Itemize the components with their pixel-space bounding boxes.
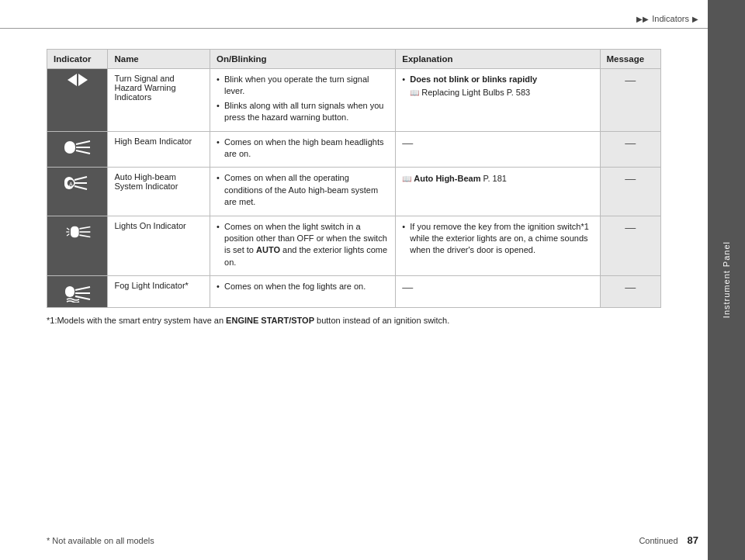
ref-text: Replacing Light Bulbs P. 583: [421, 87, 530, 99]
svg-line-11: [67, 228, 69, 230]
message-dash: —: [625, 172, 636, 185]
col-indicator: Indicator: [47, 50, 108, 69]
auto-high-beam-svg: A: [64, 172, 92, 194]
indicator-name: Lights On Indicator: [114, 221, 185, 230]
message-cell: —: [600, 69, 661, 132]
table-row: Lights On Indicator Comes on when the li…: [47, 216, 661, 276]
table-row: High Beam Indicator Comes on when the hi…: [47, 131, 661, 168]
main-content: Indicator Name On/Blinking Explanation M…: [0, 29, 708, 343]
fog-light-svg: [64, 281, 92, 302]
on-blinking-list: Comes on when all the operating conditio…: [217, 172, 389, 208]
svg-line-12: [67, 233, 69, 235]
col-name: Name: [108, 50, 210, 69]
indicator-name-cell: Turn Signal and Hazard Warning Indicator…: [108, 69, 210, 132]
lights-on-icon: [54, 221, 101, 243]
book-reference: 📖 Replacing Light Bulbs P. 583: [410, 87, 593, 99]
explanation-cell: Does not blink or blinks rapidly 📖 Repla…: [396, 69, 600, 132]
table-row: A Auto High-beam System Indicator Comes …: [47, 168, 661, 216]
indicator-icon-cell: A: [47, 168, 108, 216]
book-icon: 📖: [410, 88, 419, 99]
indicator-name-cell: Lights On Indicator: [108, 216, 210, 276]
message-cell: —: [600, 216, 661, 276]
on-blinking-cell: Comes on when all the operating conditio…: [210, 168, 396, 216]
indicator-icon-cell: [47, 131, 108, 168]
breadcrumb-title: Indicators: [652, 14, 689, 23]
indicator-icon-cell: [47, 216, 108, 276]
on-blinking-list: Comes on when the fog lights are on.: [217, 281, 389, 292]
explanation-dash: —: [402, 281, 413, 293]
breadcrumb: ▶▶ Indicators ▶: [636, 14, 698, 23]
explanation-cell: 📖 Auto High-Beam P. 181: [396, 168, 600, 216]
indicator-name: Auto High-beam System Indicator: [114, 172, 178, 191]
svg-text:A: A: [69, 181, 73, 187]
col-message: Message: [600, 50, 661, 69]
list-item: Comes on when the high beam headlights a…: [217, 137, 389, 161]
explanation-list: Does not blink or blinks rapidly 📖 Repla…: [402, 74, 593, 99]
svg-line-16: [79, 235, 90, 237]
list-item: Does not blink or blinks rapidly 📖 Repla…: [402, 74, 593, 99]
svg-line-1: [76, 141, 90, 144]
high-beam-icon: [54, 137, 101, 158]
col-explanation: Explanation: [396, 50, 600, 69]
book-reference: 📖 Auto High-Beam P. 181: [402, 174, 593, 183]
indicator-icon-cell: [47, 69, 108, 132]
explanation-list: If you remove the key from the ignition …: [402, 221, 593, 257]
breadcrumb-arrow2: ▶: [692, 15, 698, 23]
svg-rect-17: [65, 286, 74, 297]
message-cell: —: [600, 276, 661, 308]
svg-line-9: [74, 186, 87, 189]
message-dash: —: [625, 221, 636, 233]
indicators-table: Indicator Name On/Blinking Explanation M…: [47, 49, 661, 308]
not-available-note: * Not available on all models: [47, 536, 154, 545]
list-item: Blinks along with all turn signals when …: [217, 100, 389, 124]
explanation-cell: —: [396, 131, 600, 168]
on-blinking-cell: Comes on when the fog lights are on.: [210, 276, 396, 308]
continued-label: Continued: [639, 536, 677, 545]
footnote: *1:Models with the smart entry system ha…: [47, 314, 661, 327]
list-item: Blink when you operate the turn signal l…: [217, 74, 389, 98]
chapter-sidebar: Instrument Panel: [708, 0, 745, 560]
svg-rect-13: [71, 226, 79, 237]
indicator-name: High Beam Indicator: [114, 137, 192, 146]
table-header-row: Indicator Name On/Blinking Explanation M…: [47, 50, 661, 69]
col-on-blinking: On/Blinking: [210, 50, 396, 69]
footnote-bold: ENGINE START/STOP: [226, 316, 314, 325]
on-blinking-list: Comes on when the light switch in a posi…: [217, 221, 389, 269]
page-number: 87: [688, 534, 698, 546]
high-beam-svg: [64, 137, 92, 158]
footnote-text: *1:Models with the smart entry system ha…: [47, 316, 449, 325]
svg-rect-0: [64, 141, 75, 154]
on-blinking-cell: Blink when you operate the turn signal l…: [210, 69, 396, 132]
indicator-icon-cell: [47, 276, 108, 308]
explanation-cell: —: [396, 276, 600, 308]
message-dash: —: [625, 281, 636, 293]
svg-line-18: [75, 287, 90, 290]
message-cell: —: [600, 131, 661, 168]
on-blinking-cell: Comes on when the light switch in a posi…: [210, 216, 396, 276]
on-blinking-list: Blink when you operate the turn signal l…: [217, 74, 389, 124]
explanation-cell: If you remove the key from the ignition …: [396, 216, 600, 276]
message-cell: —: [600, 168, 661, 216]
list-item: Comes on when all the operating conditio…: [217, 172, 389, 208]
ref-text: Auto High-Beam P. 181: [414, 174, 507, 183]
svg-line-14: [79, 226, 90, 228]
svg-line-20: [75, 296, 90, 299]
svg-line-3: [76, 150, 90, 154]
auto-high-beam-icon: A: [54, 172, 101, 194]
lights-on-svg: [64, 221, 92, 243]
indicator-name-cell: Fog Light Indicator*: [108, 276, 210, 308]
arrow-left-icon: [68, 74, 77, 86]
indicator-name-cell: High Beam Indicator: [108, 131, 210, 168]
svg-line-7: [74, 177, 87, 180]
explanation-bold: Does not blink or blinks rapidly: [410, 74, 537, 84]
breadcrumb-arrow1: ▶▶: [636, 15, 649, 23]
turn-signal-icon: [54, 74, 101, 86]
footer-right: Continued 87: [639, 534, 698, 546]
page-header: ▶▶ Indicators ▶: [0, 0, 745, 29]
explanation-dash: —: [402, 137, 413, 149]
page-footer: * Not available on all models Continued …: [47, 534, 698, 546]
table-row: Fog Light Indicator* Comes on when the f…: [47, 276, 661, 308]
indicator-name: Fog Light Indicator*: [114, 281, 188, 290]
on-blinking-list: Comes on when the high beam headlights a…: [217, 137, 389, 161]
chapter-label: Instrument Panel: [722, 241, 731, 318]
